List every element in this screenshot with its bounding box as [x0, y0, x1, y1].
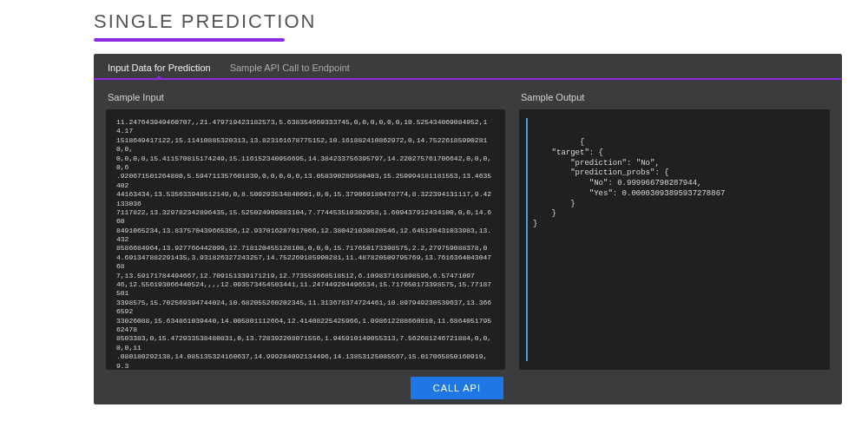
- sample-output-text: { "target": { "prediction": "No", "predi…: [533, 138, 725, 228]
- panel-body: Sample Input 11.247643949460707,,21.4797…: [94, 80, 842, 399]
- sample-input-title: Sample Input: [108, 92, 505, 102]
- title-underline: [94, 38, 285, 42]
- output-accent-bar: [526, 118, 528, 361]
- sample-output-column: Sample Output { "target": { "prediction"…: [519, 89, 830, 399]
- prediction-panel: Input Data for Prediction Sample API Cal…: [94, 54, 842, 404]
- button-row: CALL API: [106, 377, 503, 399]
- sample-input-textarea[interactable]: 11.247643949460707,,21.479719423182573,5…: [106, 109, 505, 370]
- tab-bar: Input Data for Prediction Sample API Cal…: [94, 54, 842, 80]
- page-title: SINGLE PREDICTION: [94, 10, 868, 33]
- sample-output-title: Sample Output: [521, 92, 830, 102]
- tab-input-data[interactable]: Input Data for Prediction: [108, 62, 211, 73]
- tab-sample-api-call[interactable]: Sample API Call to Endpoint: [230, 62, 350, 73]
- call-api-button[interactable]: CALL API: [411, 377, 503, 399]
- sample-input-column: Sample Input 11.247643949460707,,21.4797…: [106, 89, 505, 399]
- sample-output-display: { "target": { "prediction": "No", "predi…: [519, 109, 830, 370]
